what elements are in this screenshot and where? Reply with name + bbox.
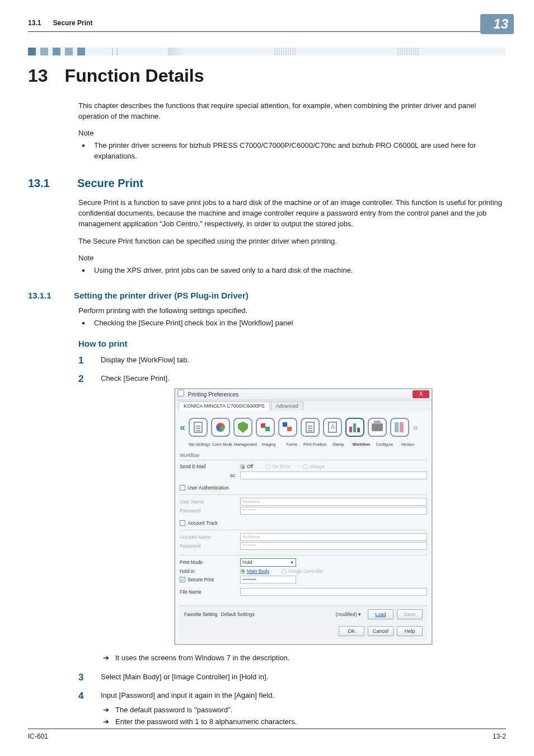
favorite-modified-indicator[interactable]: (modified) ▾ <box>336 611 361 618</box>
color-mode-icon[interactable] <box>211 418 230 437</box>
version-icon[interactable] <box>390 418 409 437</box>
forms-icon[interactable] <box>278 418 297 437</box>
secure-print-checkbox[interactable]: Secure Print <box>180 576 236 583</box>
step-1-text: Display the [WorkFlow] tab. <box>101 356 189 364</box>
nav-icon-row: « » <box>180 414 427 441</box>
print-position-icon[interactable] <box>301 418 320 437</box>
chapter-tab-number: 13 <box>493 16 508 32</box>
subsection-number: 13.1.1 <box>28 291 60 300</box>
workflow-icon[interactable] <box>345 418 364 437</box>
to-input[interactable] <box>240 472 427 479</box>
footer-left: IC-601 <box>28 732 48 740</box>
chapter-intro-block: This chapter describes the functions tha… <box>78 101 506 161</box>
step-4-arrows: The default password is "password". Ente… <box>101 704 506 728</box>
nav-icon-labels: Tab Settings Color Mode Management Imagi… <box>180 442 427 447</box>
decorative-bar <box>28 48 506 55</box>
account-track-group: Account Track Account NameNoName Passwor… <box>180 520 427 550</box>
sec131-bullets: Using the XPS driver, print jobs can be … <box>78 265 506 276</box>
section-number: 13.1 <box>28 177 60 190</box>
how-to-print-heading: How to print <box>78 339 506 348</box>
account-name-input[interactable]: NoName <box>240 533 427 541</box>
account-pass-input[interactable]: ******** <box>240 542 427 550</box>
workflow-group: Workflow Send E-Mail Off On Error Always… <box>180 452 427 480</box>
window-title: Printing Preferences <box>188 391 239 398</box>
user-pass-input[interactable]: ******** <box>240 507 427 515</box>
file-name-input[interactable] <box>240 588 427 596</box>
tab-device[interactable]: KONICA MINOLTA C7000/C6000PS <box>179 402 270 410</box>
radio-image-controller[interactable]: Image Controller <box>282 568 324 575</box>
intro-paragraph: This chapter describes the functions tha… <box>78 101 506 122</box>
tabstrip: KONICA MINOLTA C7000/C6000PS Advanced <box>175 400 432 410</box>
close-button[interactable]: X <box>413 390 429 398</box>
page-footer: IC-601 13-2 <box>28 729 506 740</box>
chevron-down-icon: ▼ <box>290 560 294 566</box>
configure-icon[interactable] <box>368 418 387 437</box>
sec131-p1: Secure Print is a function to save print… <box>78 198 506 230</box>
step-4-arrow-1: Enter the password with 1 to 8 alphanume… <box>101 716 506 728</box>
header-section-number: 13.1 <box>28 19 41 27</box>
step-4-text: Input [Password] and input it again in t… <box>101 691 274 699</box>
management-icon[interactable] <box>233 418 252 437</box>
sec131-p2: The Secure Print function can be specifi… <box>78 236 506 247</box>
step-2-arrows: It uses the screens from Windows 7 in th… <box>101 652 506 664</box>
stamp-icon[interactable] <box>323 418 342 437</box>
secure-print-password-input[interactable]: ******** <box>240 576 296 584</box>
subsection-13-1-1-heading: 13.1.1 Setting the printer driver (PS Pl… <box>28 291 506 300</box>
printing-preferences-dialog: Printing Preferences X KONICA MINOLTA C7… <box>175 389 432 645</box>
tab-settings-icon[interactable] <box>189 418 208 437</box>
help-button[interactable]: Help <box>397 626 423 636</box>
step-4: Input [Password] and input it again in t… <box>78 690 506 727</box>
favorite-setting-label: Favorite Setting <box>184 611 218 618</box>
ok-button[interactable]: OK <box>339 626 364 636</box>
save-button[interactable]: Save <box>397 609 423 619</box>
user-name-label: User Name <box>180 498 236 505</box>
radio-main-body[interactable]: Main Body <box>240 568 269 575</box>
subsection-title: Setting the printer driver (PS Plug-in D… <box>74 291 249 300</box>
step-4-arrow-0: The default password is "password". <box>101 704 506 716</box>
app-icon <box>177 390 184 396</box>
section-title: Secure Print <box>77 177 143 190</box>
cancel-button[interactable]: Cancel <box>368 626 394 636</box>
nav-prev-icon[interactable]: « <box>180 420 185 435</box>
radio-always[interactable]: Always <box>303 463 325 470</box>
chapter-title: Function Details <box>65 66 204 86</box>
sec1311-p1: Perform printing with the following sett… <box>78 306 506 316</box>
close-icon: X <box>419 390 423 399</box>
header-rule <box>28 31 506 32</box>
user-name-input[interactable]: NoName <box>240 498 427 506</box>
chapter-heading: 13 Function Details <box>28 66 506 86</box>
nav-next-icon[interactable]: » <box>413 420 418 435</box>
to-label: to: <box>180 472 236 479</box>
step-3-text: Select [Main Body] or [Image Controller]… <box>101 673 268 681</box>
tab-advanced[interactable]: Advanced <box>271 402 303 410</box>
send-email-row: Send E-Mail Off On Error Always <box>180 463 427 470</box>
user-auth-group: User Authentication User NameNoName Pass… <box>180 484 427 515</box>
load-button[interactable]: Load <box>368 609 394 619</box>
radio-off[interactable]: Off <box>240 463 253 470</box>
account-track-checkbox[interactable]: Account Track <box>180 520 218 526</box>
how-to-print-steps: Display the [WorkFlow] tab. Check [Secur… <box>78 355 506 727</box>
page-header: 13.1 Secure Print <box>28 19 506 30</box>
file-name-label: File Name <box>180 589 236 595</box>
print-mode-select[interactable]: Hold▼ <box>240 558 296 567</box>
radio-on-error[interactable]: On Error <box>265 463 291 470</box>
dialog-action-row: OK Cancel Help <box>180 623 427 640</box>
user-auth-checkbox[interactable]: User Authentication <box>180 484 229 491</box>
send-email-to-row: to: <box>180 471 427 480</box>
footer-right: 13-2 <box>493 732 506 740</box>
send-email-label: Send E-Mail <box>180 463 236 470</box>
printing-preferences-screenshot: Printing Preferences X KONICA MINOLTA C7… <box>101 389 506 645</box>
sec131-note-label: Note <box>78 254 506 262</box>
intro-bullets: The printer driver screens for bizhub PR… <box>78 141 506 162</box>
imaging-icon[interactable] <box>256 418 275 437</box>
step-3: Select [Main Body] or [Image Controller]… <box>78 672 506 683</box>
favorite-row: Favorite Setting Default Settings (modif… <box>180 605 427 623</box>
sec1311-bullet-0: Checking the [Secure Print] check box in… <box>78 318 506 329</box>
intro-bullet-0: The printer driver screens for bizhub PR… <box>78 141 506 162</box>
subsection-13-1-1-body: Perform printing with the following sett… <box>78 306 506 728</box>
header-section-title: Secure Print <box>53 19 93 27</box>
step-1: Display the [WorkFlow] tab. <box>78 355 506 366</box>
sec1311-bullets: Checking the [Secure Print] check box in… <box>78 318 506 329</box>
workflow-group-title: Workflow <box>180 452 427 459</box>
print-mode-label: Print Mode <box>180 559 236 566</box>
